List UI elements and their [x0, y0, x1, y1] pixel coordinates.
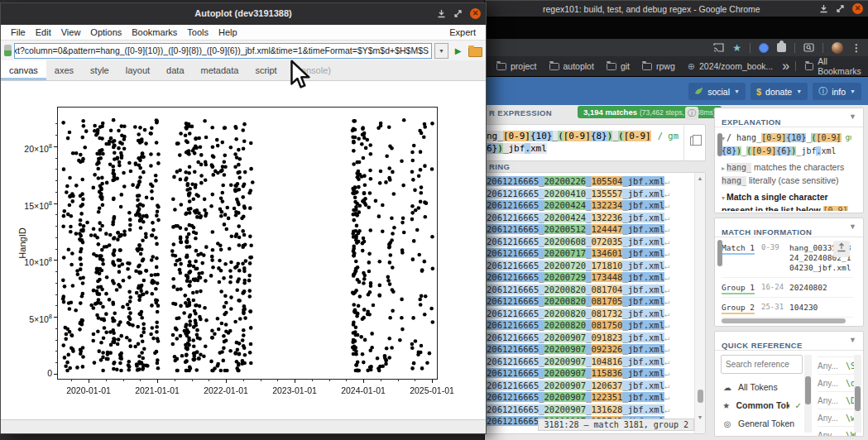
maximize-icon[interactable] [836, 4, 845, 13]
match-info-row[interactable]: Group 225-31104230 [722, 298, 853, 318]
explanation-item[interactable]: ▸hang_ matches the characters hang_ lite… [722, 161, 851, 187]
search-reference-input[interactable] [721, 355, 803, 374]
tab-layout[interactable]: layout [117, 60, 158, 80]
match-info-scrollbar-thumb[interactable] [717, 240, 722, 266]
cast-icon[interactable] [713, 43, 724, 52]
copy-regex-button[interactable] [683, 125, 705, 160]
y-tick [54, 260, 58, 261]
token-row[interactable]: Any...\w [818, 409, 856, 427]
extensions-puzzle-icon[interactable] [777, 43, 786, 52]
tab-metadata[interactable]: metadata [193, 60, 247, 80]
menu-item-bookmarks[interactable]: Bookmarks [127, 26, 182, 39]
match-information-panel: MATCH INFORMATION▼ Match 10-39hang_00335… [714, 218, 864, 327]
go-button[interactable]: ▶ [451, 43, 465, 59]
bookmarks-overflow-button[interactable]: » [782, 59, 789, 74]
chrome-titlebar[interactable]: regex101: build, test, and debug regex -… [485, 0, 868, 17]
regex-info-icon[interactable]: ⓘ [685, 107, 698, 120]
maximize-icon[interactable] [453, 9, 463, 18]
chevron-down-icon[interactable]: ▼ [849, 112, 856, 121]
bookmark-2024/zoom_book...[interactable]: ⊕2024/zoom_book... [684, 60, 777, 74]
folder-icon [549, 63, 559, 70]
test-string-line: 2061216665_20200226_105504_jbf.xml↵ [487, 175, 693, 188]
all-bookmarks-button[interactable]: All Bookmarks [802, 55, 866, 78]
explanation-panel: EXPLANATION▼ ▾/ hang_[0-9]{10}_([0-9]{8}… [714, 108, 864, 213]
scatter-plot-canvas[interactable] [58, 108, 439, 380]
chrome-menu-icon[interactable]: ⋮ [851, 42, 861, 54]
y-tick-label: 20×108 [14, 141, 52, 155]
uri-dropdown-button[interactable]: ▼ [434, 43, 448, 59]
menu-item-tools[interactable]: Tools [182, 26, 213, 39]
side-search-icon[interactable] [803, 43, 814, 52]
explanation-scrollbar-thumb[interactable] [717, 133, 722, 156]
bookmark-project[interactable]: project [493, 60, 540, 73]
mouse-cursor [290, 60, 312, 88]
regex-flags[interactable]: / gm [658, 131, 679, 141]
tab-style[interactable]: style [82, 60, 117, 80]
bookmark-star-icon[interactable]: ★ [732, 42, 741, 54]
uri-input[interactable]: ta/dat/hangfiles.txt?column=0&pattern=ha… [14, 43, 432, 59]
menu-item-options[interactable]: Options [85, 26, 127, 39]
minimize-icon[interactable] [437, 9, 446, 18]
test-string-line: 2061216665_20200907_092326_jbf.xml↵ [487, 343, 693, 356]
category-common-toke-[interactable]: ★Common Toke...✓ [722, 396, 802, 414]
menu-item-help[interactable]: Help [213, 26, 242, 39]
scroll-down-icon[interactable]: ▼ [695, 414, 705, 420]
chevron-down-icon[interactable]: ▼ [849, 336, 856, 344]
copy-icon [690, 136, 698, 146]
plot-frame[interactable]: HangID 05×10810×10815×10820×1082020-01-0… [57, 107, 438, 380]
menu-item-edit[interactable]: Edit [31, 26, 56, 39]
extension-circle-icon[interactable] [759, 43, 769, 53]
menu-item-file[interactable]: File [6, 26, 31, 39]
x-minor-tick [277, 379, 278, 381]
cursor-position-status: 3181:28 — match 3181, group 2 [538, 418, 694, 431]
autoplot-menubar: FileEditViewOptionsBookmarksToolsHelpExp… [1, 25, 486, 41]
token-row[interactable]: Any...\W [818, 427, 856, 437]
scrollbar-thumb[interactable] [698, 390, 703, 403]
donate-button[interactable]: $donate▼ [751, 83, 808, 100]
close-icon[interactable]: ✕ [470, 8, 481, 19]
y-tick [54, 317, 58, 318]
token-row[interactable]: Any...\d [818, 375, 856, 392]
regex-input-field[interactable]: ng_[0-9]{10}_([0-9]{8})_([0-9] 6})_jbf.x… [484, 124, 706, 161]
token-row[interactable]: Any...\D [818, 392, 856, 409]
bookmark-git[interactable]: git [603, 60, 633, 73]
tab-axes[interactable]: axes [46, 60, 82, 80]
close-icon[interactable]: ✕ [852, 3, 863, 14]
y-minor-tick [55, 192, 58, 193]
tab-canvas[interactable]: canvas [1, 60, 46, 80]
test-string-line: 2061216665_20200820_081704_jbf.xml↵ [487, 284, 693, 296]
category-scrollbar[interactable] [804, 355, 812, 433]
test-string-editor[interactable]: 2061216665_20200226_105504_jbf.xml↵20612… [484, 172, 706, 434]
regex101-page: social▼$donate▼ⓘinfo▼ R EXPRESSION 3,194… [485, 77, 868, 440]
category-anchors[interactable]: ⚓Anchors [722, 433, 802, 437]
token-scrollbar[interactable] [854, 355, 861, 433]
social-button[interactable]: social▼ [688, 83, 746, 100]
x-tick-label: 2022-01-01 [197, 385, 255, 395]
export-matches-button[interactable] [833, 241, 850, 257]
tab-script[interactable]: script [247, 60, 285, 80]
category-all-tokens[interactable]: ☁All Tokens [722, 378, 802, 396]
match-info-hscrollbar-thumb[interactable] [722, 318, 846, 323]
open-file-button[interactable] [468, 43, 482, 59]
test-string-line: 2061216665_20200717_134601_jbf.xml↵ [487, 247, 693, 260]
token-row[interactable]: Any...\S [818, 357, 856, 375]
minimize-icon[interactable] [819, 4, 828, 13]
match-count: 3,194 matches [583, 108, 637, 117]
explanation-body[interactable]: ▾/ hang_[0-9]{10}_([0-9]{8})_([0-9]{6})_… [722, 132, 851, 211]
explanation-item[interactable]: ▾Match a single character present in the… [722, 191, 851, 211]
category-general-tokens[interactable]: ◎General Tokens [722, 414, 802, 433]
tab-data[interactable]: data [158, 60, 192, 80]
bookmark-autoplot[interactable]: autoplot [546, 60, 597, 73]
bookmark-rpwg[interactable]: rpwg [639, 60, 679, 73]
x-minor-tick [329, 379, 330, 381]
profile-avatar[interactable] [832, 42, 843, 54]
info-button[interactable]: ⓘinfo▼ [813, 83, 861, 100]
test-string-scrollbar[interactable]: ▲ ▼ [694, 173, 705, 433]
match-info-row[interactable]: Group 116-2420240802 [722, 278, 853, 298]
chevron-down-icon[interactable]: ▼ [849, 222, 856, 231]
autoplot-titlebar[interactable]: Autoplot (dev3191388) ✕ [1, 3, 486, 25]
chrome-tab-strip[interactable] [485, 17, 868, 39]
scroll-up-icon[interactable]: ▲ [695, 175, 705, 181]
menu-item-view[interactable]: View [56, 26, 86, 39]
expert-mode-label[interactable]: Expert [444, 26, 481, 39]
